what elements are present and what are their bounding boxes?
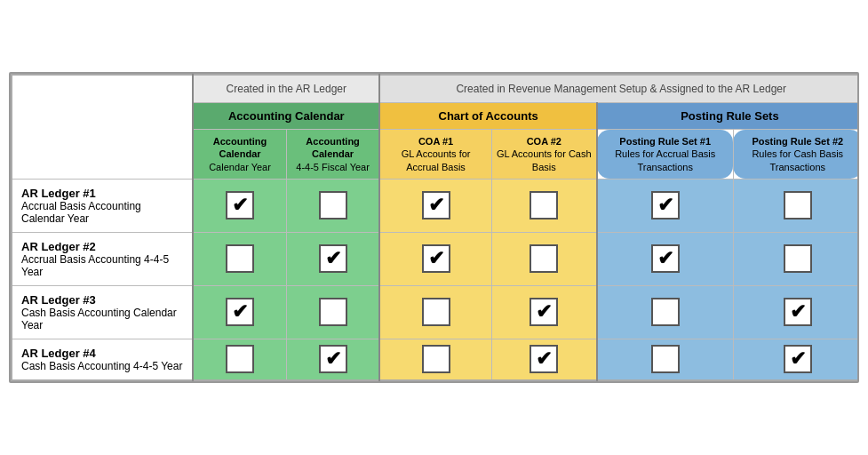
checkbox-r3-c4 [651,345,680,373]
checkbox-r0-c2 [422,191,450,220]
ledger-desc-2: Cash Basis Accounting Calendar Year [21,307,183,331]
cell-r2-c0 [193,285,286,339]
col-prs1-bold: Posting Rule Set #1 [601,135,729,148]
cell-r3-c4 [597,339,733,380]
col-prs2-bold: Posting Rule Set #2 [737,135,858,148]
row-label-1: AR Ledger #2Accrual Basis Accounting 4-4… [12,232,193,285]
empty-section [12,103,193,130]
cell-r3-c3 [491,339,597,380]
cell-r1-c1 [286,232,379,285]
column-header-row: Accounting Calendar Calendar Year Accoun… [12,130,859,180]
checkbox-r1-c4 [651,244,680,273]
checkbox-r0-c0 [226,191,254,220]
cell-r1-c5 [733,232,859,285]
checkbox-r2-c3 [530,298,558,326]
checkbox-r2-c0 [226,298,254,326]
table-row: AR Ledger #1Accrual Basis Accounting Cal… [12,179,859,232]
row-label-0: AR Ledger #1Accrual Basis Accounting Cal… [12,179,193,232]
cell-r0-c5 [733,179,859,232]
checkbox-r0-c5 [784,191,812,220]
comparison-table: Created in the AR Ledger Created in Reve… [11,74,859,381]
col-ac2-bold: Accounting Calendar [291,135,376,161]
col-prs1-sub: Rules for Accrual Basis Transactions [601,148,729,173]
col-coa2-sub: GL Accounts for Cash Basis [496,148,593,173]
checkbox-r2-c5 [784,298,812,326]
ledger-name-1: AR Ledger #2 [21,240,183,253]
checkbox-r0-c4 [651,191,680,220]
cell-r2-c4 [597,285,733,339]
main-container: Created in the AR Ledger Created in Reve… [9,72,859,383]
checkbox-r3-c5 [784,345,812,373]
checkbox-r0-c3 [530,191,558,220]
cell-r3-c0 [193,339,286,380]
checkbox-r2-c4 [651,298,680,326]
cell-r2-c2 [379,285,491,339]
checkbox-r3-c1 [319,345,347,373]
col-ac1-bold: Accounting Calendar [197,135,283,161]
table-row: AR Ledger #4Cash Basis Accounting 4-4-5 … [12,339,859,380]
col-coa2: COA #2 GL Accounts for Cash Basis [491,130,597,180]
checkbox-r1-c0 [226,244,254,273]
checkbox-r2-c2 [422,298,450,326]
ar-ledger-header: Created in the AR Ledger [193,75,379,103]
col-prs2-sub: Rules for Cash Basis Transactions [737,148,858,173]
checkbox-r3-c3 [530,345,558,373]
checkbox-r3-c0 [226,345,254,373]
cell-r1-c2 [379,232,491,285]
ledger-desc-1: Accrual Basis Accounting 4-4-5 Year [21,253,183,278]
col-prs1: Posting Rule Set #1 Rules for Accrual Ba… [597,130,733,180]
col-coa1-bold: COA #1 [384,135,487,148]
cell-r0-c2 [379,179,491,232]
cell-r2-c5 [733,285,859,339]
cell-r3-c1 [286,339,379,380]
col-prs2: Posting Rule Set #2 Rules for Cash Basis… [733,130,859,180]
cell-r0-c4 [597,179,733,232]
section-header-row: Accounting Calendar Chart of Accounts Po… [12,103,859,130]
cell-r1-c3 [491,232,597,285]
cell-r3-c5 [733,339,859,380]
row-label-3: AR Ledger #4Cash Basis Accounting 4-4-5 … [12,339,193,380]
ledger-desc-3: Cash Basis Accounting 4-4-5 Year [21,360,183,372]
top-header-row: Created in the AR Ledger Created in Reve… [12,75,859,103]
cell-r0-c1 [286,179,379,232]
cell-r1-c4 [597,232,733,285]
table-row: AR Ledger #3Cash Basis Accounting Calend… [12,285,859,339]
col-ac1: Accounting Calendar Calendar Year [193,130,286,180]
cell-r2-c1 [286,285,379,339]
revenue-header: Created in Revenue Management Setup & As… [379,75,859,103]
checkbox-r1-c5 [784,244,812,273]
checkbox-r1-c1 [319,244,347,273]
table-row: AR Ledger #2Accrual Basis Accounting 4-4… [12,232,859,285]
col-ac2: Accounting Calendar 4-4-5 Fiscal Year [286,130,379,180]
cell-r0-c0 [193,179,286,232]
checkbox-r1-c3 [530,244,558,273]
row-label-2: AR Ledger #3Cash Basis Accounting Calend… [12,285,193,339]
cell-r1-c0 [193,232,286,285]
col-coa1: COA #1 GL Accounts for Accrual Basis [379,130,491,180]
ledger-name-0: AR Ledger #1 [21,187,183,200]
ledger-desc-0: Accrual Basis Accounting Calendar Year [21,200,183,225]
ledger-name-2: AR Ledger #3 [21,293,183,307]
col-coa2-bold: COA #2 [496,135,593,148]
checkbox-r2-c1 [319,298,347,326]
accounting-calendar-section: Accounting Calendar [193,103,379,130]
cell-r0-c3 [491,179,597,232]
col-ac2-sub: 4-4-5 Fiscal Year [291,161,376,173]
chart-of-accounts-section: Chart of Accounts [379,103,596,130]
empty-corner [12,75,193,103]
col-ac1-sub: Calendar Year [197,161,283,173]
checkbox-r3-c2 [422,345,450,373]
table-body: AR Ledger #1Accrual Basis Accounting Cal… [12,179,859,380]
col-coa1-sub: GL Accounts for Accrual Basis [384,148,487,173]
checkbox-r0-c1 [319,191,347,220]
cell-r2-c3 [491,285,597,339]
posting-rule-sets-section: Posting Rule Sets [597,103,859,130]
ledger-name-3: AR Ledger #4 [21,347,183,360]
row-label-header [12,130,193,180]
cell-r3-c2 [379,339,491,380]
checkbox-r1-c2 [422,244,450,273]
